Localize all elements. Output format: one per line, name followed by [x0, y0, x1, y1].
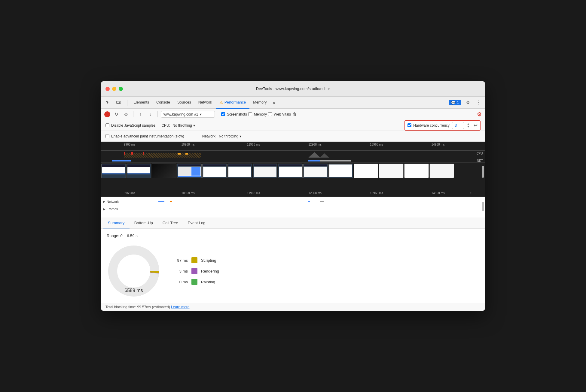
summary-legend: 97 ms Scripting 3 ms Rendering 0 ms Pain…: [173, 257, 219, 285]
screenshot-10: [354, 164, 378, 178]
webvitals-checkbox-label[interactable]: Web Vitals: [268, 112, 291, 116]
network-track-label: Network: [107, 200, 119, 204]
screenshot-5: [227, 164, 252, 178]
learn-more-link[interactable]: Learn more: [171, 305, 189, 309]
toolbar-row: ↻ ⊘ ↑ ↓ www.kapwing.com #1 ▾ Screenshots…: [101, 109, 485, 120]
painting-swatch: [191, 279, 197, 285]
reload-button[interactable]: ↻: [112, 110, 121, 119]
rendering-swatch: [191, 268, 197, 274]
network-value: No throttling: [219, 134, 238, 138]
net-bar-2: [308, 160, 320, 161]
stepper-up-button[interactable]: ▲: [466, 122, 470, 125]
bottom-tabs: Summary Bottom-Up Call Tree Event Log: [101, 218, 485, 229]
upload-button[interactable]: ↑: [136, 110, 145, 119]
memory-checkbox-label[interactable]: Memory: [248, 112, 267, 116]
record-button[interactable]: [104, 111, 110, 117]
cpu-label: CPU:: [161, 123, 170, 128]
settings-row-2: Enable advanced paint instrumentation (s…: [101, 131, 485, 142]
devtools-nav: Elements Console Sources Network ⚠ Perfo…: [101, 97, 485, 109]
painting-value: 0 ms: [173, 280, 188, 284]
cpu-orange-bar-1: [178, 153, 181, 155]
screenshot-0: [101, 164, 126, 178]
hw-concurrency-undo-button[interactable]: ↩: [474, 122, 478, 128]
tab-call-tree[interactable]: Call Tree: [158, 218, 183, 228]
ruler-label-4: 13968 ms: [370, 143, 383, 146]
maximize-button[interactable]: [119, 87, 123, 91]
frames-track-label: Frames: [107, 207, 118, 211]
screenshot-7: [278, 164, 303, 178]
screenshot-13: [429, 164, 454, 178]
memory-checkbox[interactable]: [248, 112, 252, 116]
ruler-label-2: 11968 ms: [247, 143, 260, 146]
net-track-bar-3: [308, 201, 310, 202]
frames-collapse-icon[interactable]: ▶: [103, 207, 105, 211]
screenshots-checkbox[interactable]: [221, 112, 225, 116]
screenshots-checkbox-label[interactable]: Screenshots: [221, 112, 247, 116]
settings-red-icon[interactable]: ⚙: [477, 111, 482, 117]
timeline-ruler-top: 9968 ms 10968 ms 11968 ms 12968 ms 13968…: [101, 142, 485, 151]
console-badge-button[interactable]: 💬 1: [449, 100, 461, 105]
ruler-label-3: 12968 ms: [308, 143, 322, 146]
screenshot-9: [328, 164, 353, 178]
performance-warn-icon: ⚠: [219, 100, 223, 105]
painting-name: Painting: [201, 280, 215, 284]
network-dropdown[interactable]: No throttling ▾: [219, 134, 241, 138]
screenshot-4: [202, 164, 227, 178]
enable-paint-label[interactable]: Enable advanced paint instrumentation (s…: [105, 134, 184, 138]
window-title: DevTools - www.kapwing.com/studio/editor: [256, 86, 330, 91]
tab-performance[interactable]: ⚠ Performance: [216, 97, 250, 109]
legend-item-rendering: 3 ms Rendering: [173, 268, 219, 274]
webvitals-checkbox[interactable]: [268, 112, 272, 116]
more-options-button[interactable]: ⋮: [475, 98, 483, 107]
disable-js-label[interactable]: Disable JavaScript samples: [105, 123, 155, 128]
tab-network[interactable]: Network: [195, 97, 216, 109]
scripting-value: 97 ms: [173, 258, 188, 263]
badge-count: 1: [457, 101, 459, 105]
screenshot-8: [303, 164, 328, 178]
summary-content-area: Range: 0 – 6.59 s 6589 ms 97 ms: [101, 229, 485, 303]
tab-summary[interactable]: Summary: [103, 218, 130, 228]
nav-divider: [127, 100, 127, 106]
hw-concurrency-checkbox[interactable]: [407, 123, 411, 127]
cursor-tool-icon[interactable]: [103, 98, 113, 107]
hw-concurrency-input[interactable]: 3: [452, 122, 464, 129]
rendering-name: Rendering: [201, 269, 219, 273]
tab-memory[interactable]: Memory: [249, 97, 270, 109]
settings-icon-button[interactable]: ⚙: [464, 98, 472, 107]
timeline-scrollbar-thumb[interactable]: [482, 166, 484, 178]
tab-elements[interactable]: Elements: [130, 97, 153, 109]
cpu-peak-1: [308, 152, 320, 158]
devtools-window: DevTools - www.kapwing.com/studio/editor…: [101, 81, 485, 311]
tab-sources[interactable]: Sources: [174, 97, 195, 109]
screenshot-11: [379, 164, 404, 178]
tab-event-log[interactable]: Event Log: [183, 218, 210, 228]
net-track-label: NET: [477, 159, 483, 162]
net-bar-3: [320, 160, 351, 161]
download-button[interactable]: ↓: [146, 110, 154, 119]
stepper-down-button[interactable]: ▼: [466, 125, 470, 128]
cpu-track: CPU: [101, 151, 485, 159]
ruler-label-0: 9968 ms: [124, 143, 135, 146]
rendering-value: 3 ms: [173, 269, 188, 273]
network-group: Network: No throttling ▾: [202, 134, 241, 138]
url-selector[interactable]: www.kapwing.com #1 ▾: [161, 111, 215, 118]
responsive-tool-icon[interactable]: [114, 98, 124, 107]
disable-js-checkbox[interactable]: [105, 123, 109, 127]
enable-paint-checkbox[interactable]: [105, 134, 109, 138]
screenshot-6: [253, 164, 277, 178]
title-bar: DevTools - www.kapwing.com/studio/editor: [101, 81, 485, 97]
clear-button[interactable]: 🗑: [292, 112, 297, 117]
tab-bottom-up[interactable]: Bottom-Up: [130, 218, 158, 228]
stop-button[interactable]: ⊘: [122, 110, 130, 119]
hw-concurrency-label[interactable]: Hardware concurrency: [407, 123, 450, 128]
tab-console[interactable]: Console: [153, 97, 174, 109]
hw-concurrency-stepper[interactable]: ▲ ▼: [466, 122, 470, 128]
track-scrollbar-thumb[interactable]: [482, 202, 484, 211]
net-track-bar-4: [320, 201, 324, 202]
tab-overflow[interactable]: »: [270, 100, 278, 105]
close-button[interactable]: [105, 87, 110, 91]
cpu-dropdown[interactable]: No throttling ▾: [172, 123, 195, 128]
minimize-button[interactable]: [112, 87, 116, 91]
cpu-track-label: CPU: [477, 152, 483, 155]
settings-row-1: Disable JavaScript samples CPU: No throt…: [101, 120, 485, 131]
